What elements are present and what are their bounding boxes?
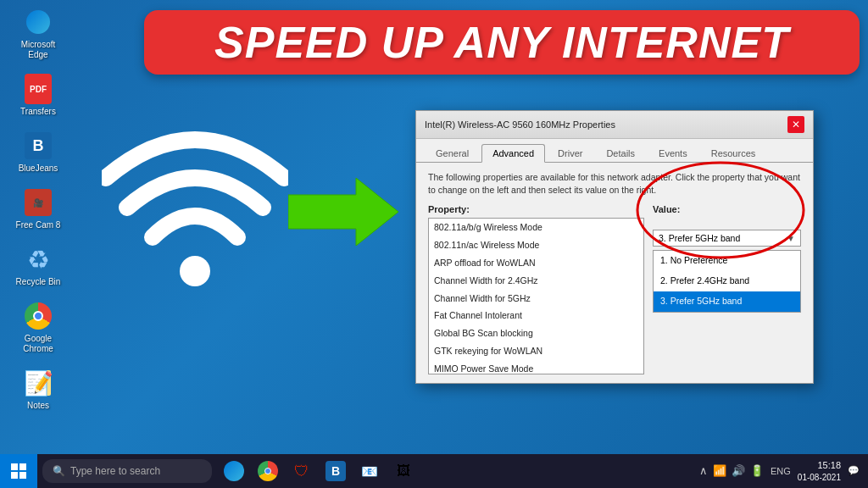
dialog-close-button[interactable]: ✕: [787, 116, 804, 133]
taskbar-search[interactable]: 🔍 Type here to search: [42, 459, 212, 483]
desktop-icon-bluejeans[interactable]: B BlueJeans: [8, 130, 68, 174]
dialog-title: Intel(R) Wireless-AC 9560 160MHz Propert…: [425, 119, 615, 130]
recycle-icon: ♻: [23, 244, 53, 274]
properties-dialog: Intel(R) Wireless-AC 9560 160MHz Propert…: [415, 110, 814, 384]
svg-marker-1: [288, 178, 398, 246]
system-tray-icons: ∧ 📶 🔊 🔋: [699, 464, 764, 477]
taskbar-app-edge[interactable]: [219, 456, 249, 486]
volume-icon[interactable]: 🔊: [732, 464, 745, 477]
desktop-icon-freecam[interactable]: 🎥 Free Cam 8: [8, 187, 68, 230]
property-col-header: Property:: [428, 204, 644, 214]
chrome-icon: [23, 301, 53, 331]
dialog-tabs: General Advanced Driver Details Events R…: [416, 139, 813, 163]
dropdown-options: 1. No Preference 2. Prefer 2.4GHz band 3…: [653, 250, 801, 313]
tab-details[interactable]: Details: [595, 144, 646, 162]
prop-item-7[interactable]: GTK rekeying for WoWLAN: [429, 342, 643, 360]
taskbar-app-outlook[interactable]: 📧: [354, 456, 385, 486]
time-display: 15:18: [798, 459, 841, 471]
start-button[interactable]: [0, 454, 37, 488]
recycle-label: Recycle Bin: [16, 277, 61, 287]
search-placeholder-text: Type here to search: [70, 465, 160, 477]
tab-advanced[interactable]: Advanced: [481, 144, 545, 163]
title-banner: SPEED UP ANY INTERNET: [144, 10, 860, 75]
pdf-icon: PDF: [23, 74, 53, 104]
taskbar-app-shield[interactable]: 🛡: [287, 456, 317, 486]
option-3[interactable]: 3. Prefer 5GHz band: [654, 291, 800, 312]
language-indicator[interactable]: ENG: [771, 466, 791, 476]
desktop-icons: MicrosoftEdge PDF Transfers B BlueJeans …: [8, 7, 68, 411]
desktop-icon-edge[interactable]: MicrosoftEdge: [8, 7, 68, 60]
tab-driver[interactable]: Driver: [547, 144, 593, 162]
option-2[interactable]: 2. Prefer 2.4GHz band: [654, 271, 800, 291]
tab-events[interactable]: Events: [648, 144, 698, 162]
bluejeans-label: BlueJeans: [19, 164, 58, 174]
system-clock[interactable]: 15:18 01-08-2021: [798, 459, 841, 482]
prop-item-0[interactable]: 802.11a/b/g Wireless Mode: [429, 219, 643, 236]
dialog-columns: Property: 802.11a/b/g Wireless Mode 802.…: [428, 204, 801, 374]
chrome-label: GoogleChrome: [23, 334, 53, 354]
freecam-icon: 🎥: [23, 187, 53, 218]
chevron-up-icon[interactable]: ∧: [699, 464, 708, 477]
property-list[interactable]: 802.11a/b/g Wireless Mode 802.11n/ac Wir…: [428, 218, 644, 374]
pdf-label: Transfers: [20, 107, 56, 117]
prop-item-1[interactable]: 802.11n/ac Wireless Mode: [429, 236, 643, 254]
edge-label: MicrosoftEdge: [21, 40, 56, 60]
prop-item-4[interactable]: Channel Width for 5GHz: [429, 290, 643, 308]
selected-value-text: 3. Prefer 5GHz band: [659, 233, 740, 243]
desktop-icon-chrome[interactable]: GoogleChrome: [8, 301, 68, 354]
prop-item-3[interactable]: Channel Width for 2.4GHz: [429, 272, 643, 290]
tab-resources[interactable]: Resources: [700, 144, 767, 162]
taskbar-right: ∧ 📶 🔊 🔋 ENG 15:18 01-08-2021 💬: [699, 459, 868, 482]
windows-icon: [11, 463, 26, 479]
wifi-symbol: [102, 110, 288, 297]
network-icon[interactable]: 📶: [713, 464, 726, 477]
search-icon: 🔍: [53, 465, 65, 477]
title-text: SPEED UP ANY INTERNET: [168, 20, 836, 64]
date-display: 01-08-2021: [798, 472, 841, 483]
taskbar-apps: 🛡 B 📧 🖼: [219, 456, 419, 486]
value-column: Value: 3. Prefer 5GHz band ▼ 1. No Prefe…: [653, 204, 801, 374]
right-arrow: [288, 178, 398, 263]
value-dropdown[interactable]: 3. Prefer 5GHz band ▼: [653, 230, 801, 247]
tab-general[interactable]: General: [425, 144, 480, 162]
battery-icon: 🔋: [750, 464, 764, 477]
desktop-icon-recycle[interactable]: ♻ Recycle Bin: [8, 244, 68, 287]
notification-icon[interactable]: 💬: [848, 465, 860, 476]
svg-point-0: [180, 256, 210, 286]
value-col-header: Value:: [653, 204, 801, 214]
dialog-titlebar: Intel(R) Wireless-AC 9560 160MHz Propert…: [416, 111, 813, 139]
prop-item-6[interactable]: Global BG Scan blocking: [429, 324, 643, 342]
desktop: SPEED UP ANY INTERNET MicrosoftEdge PDF …: [0, 0, 868, 488]
dialog-body: The following properties are available f…: [416, 163, 813, 383]
dropdown-arrow-icon: ▼: [787, 234, 795, 243]
freecam-label: Free Cam 8: [16, 220, 61, 230]
prop-item-2[interactable]: ARP offload for WoWLAN: [429, 254, 643, 272]
notes-label: Notes: [27, 401, 49, 411]
taskbar-app-chrome[interactable]: [253, 456, 283, 486]
prop-item-5[interactable]: Fat Channel Intolerant: [429, 307, 643, 324]
taskbar: 🔍 Type here to search 🛡 B 📧 🖼: [0, 454, 868, 488]
dialog-description: The following properties are available f…: [428, 171, 801, 196]
property-column: Property: 802.11a/b/g Wireless Mode 802.…: [428, 204, 644, 374]
prop-item-8[interactable]: MIMO Power Save Mode: [429, 360, 643, 375]
taskbar-app-blue[interactable]: B: [320, 456, 351, 486]
edge-icon: [23, 7, 53, 37]
desktop-icon-pdf[interactable]: PDF Transfers: [8, 74, 68, 117]
option-1[interactable]: 1. No Preference: [654, 251, 800, 271]
desktop-icon-notes[interactable]: 📝 Notes: [8, 368, 68, 411]
notes-icon: 📝: [23, 368, 53, 398]
taskbar-app-photos[interactable]: 🖼: [388, 456, 419, 486]
bluejeans-icon: B: [23, 130, 53, 161]
